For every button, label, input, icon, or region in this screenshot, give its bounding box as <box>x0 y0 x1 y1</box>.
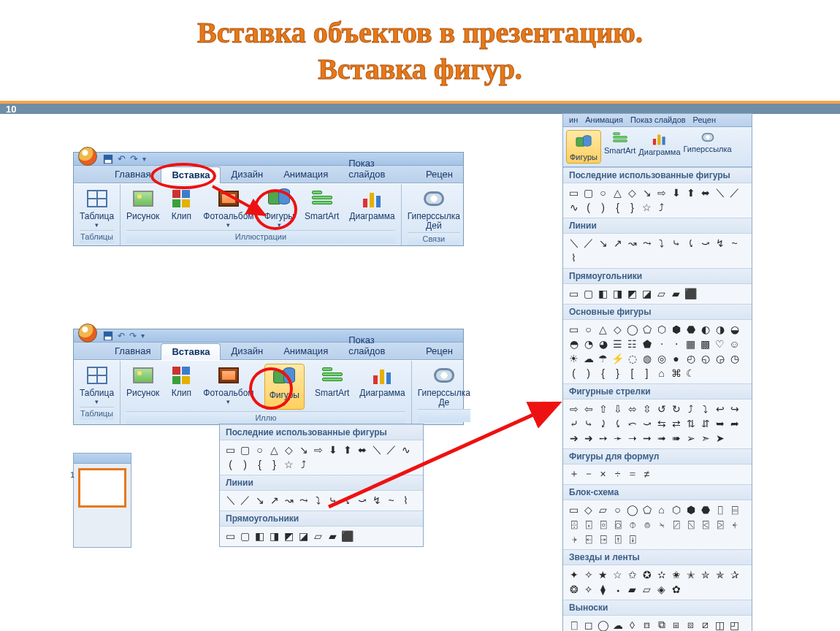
shape-glyph[interactable]: ⌇ <box>568 251 580 264</box>
tab-показ слайдов[interactable]: Показ слайдов <box>338 156 416 183</box>
shape-glyph[interactable]: ⬝ <box>670 337 682 350</box>
shape-glyph[interactable]: ↘ <box>297 443 310 456</box>
shape-glyph[interactable]: ⍄ <box>714 518 726 530</box>
shape-glyph[interactable]: ◒ <box>728 323 741 335</box>
shape-glyph[interactable]: ⤻ <box>641 417 653 429</box>
picture-button[interactable]: Рисунок <box>126 364 159 398</box>
shape-glyph[interactable]: ⤳ <box>641 237 653 249</box>
slide-thumbnail[interactable]: 1 <box>78 468 126 508</box>
shape-glyph[interactable]: ⌺ <box>582 518 595 530</box>
shape-glyph[interactable]: ⬢ <box>684 503 697 516</box>
shape-glyph[interactable]: ⬛ <box>684 287 697 299</box>
shape-glyph[interactable]: ＼ <box>568 237 580 249</box>
qat-redo-icon[interactable]: ↷ <box>129 331 137 341</box>
shape-glyph[interactable]: ◷ <box>728 352 741 364</box>
chart-button[interactable]: Диаграмма <box>359 364 405 398</box>
smartart-button[interactable]: SmartArt <box>315 364 349 398</box>
shape-glyph[interactable]: ↝ <box>283 494 295 506</box>
shape-glyph[interactable]: ⬣ <box>699 503 711 516</box>
shape-glyph[interactable]: ⤷ <box>670 237 682 249</box>
tab-вставка[interactable]: Вставка <box>161 167 221 183</box>
shape-glyph[interactable]: ⧆ <box>670 619 682 631</box>
shape-glyph[interactable]: △ <box>268 443 280 456</box>
shape-glyph[interactable]: ◕ <box>597 337 609 350</box>
shape-glyph[interactable]: ☾ <box>684 367 697 379</box>
shape-glyph[interactable]: ◪ <box>641 287 653 299</box>
shape-glyph[interactable]: ⬄ <box>626 402 638 415</box>
shape-glyph[interactable]: ➠ <box>670 432 682 444</box>
shape-glyph[interactable]: ＝ <box>626 467 638 480</box>
shape-glyph[interactable]: ◫ <box>714 619 726 631</box>
shape-glyph[interactable]: ↘ <box>253 494 266 506</box>
shape-glyph[interactable]: ⬠ <box>641 323 653 335</box>
shape-glyph[interactable]: ⇵ <box>699 417 711 429</box>
shape-glyph[interactable]: ⬟ <box>641 337 653 350</box>
qat-undo-icon[interactable]: ↶ <box>118 153 126 164</box>
shape-glyph[interactable]: ⌂ <box>655 503 668 516</box>
shape-glyph[interactable]: ) <box>597 201 609 213</box>
shape-glyph[interactable]: ✫ <box>655 568 668 581</box>
shape-glyph[interactable]: ◐ <box>699 323 711 335</box>
clip-button[interactable]: Клип <box>169 187 193 221</box>
shape-glyph[interactable]: ◨ <box>611 287 624 299</box>
shape-glyph[interactable]: ☷ <box>626 337 638 350</box>
shape-glyph[interactable]: ⍆ <box>568 532 580 545</box>
shape-glyph[interactable]: ≠ <box>641 467 653 480</box>
shape-glyph[interactable]: ⧈ <box>641 619 653 631</box>
shape-glyph[interactable]: ☀ <box>568 352 580 364</box>
save-icon[interactable] <box>103 331 113 341</box>
qat-undo-icon[interactable]: ↶ <box>118 331 125 341</box>
shape-glyph[interactable]: ⌼ <box>611 518 624 530</box>
qat-dropdown-icon[interactable]: ▾ <box>142 155 146 163</box>
tab-дизайн[interactable]: Дизайн <box>221 167 273 183</box>
shape-glyph[interactable]: ⤺ <box>626 417 638 429</box>
qat-dropdown-icon[interactable]: ▾ <box>141 332 145 340</box>
shape-glyph[interactable]: ／ <box>239 494 251 506</box>
shape-glyph[interactable]: ⇨ <box>655 186 668 199</box>
shape-glyph[interactable]: ▭ <box>568 186 580 199</box>
shape-glyph[interactable]: ⍁ <box>670 518 682 530</box>
shape-glyph[interactable]: ✪ <box>641 568 653 581</box>
shape-glyph[interactable]: ~ <box>728 237 741 249</box>
shape-glyph[interactable]: ▢ <box>582 186 595 199</box>
shape-glyph[interactable]: ⇳ <box>641 402 653 415</box>
tab-анимация[interactable]: Анимация <box>273 167 338 183</box>
shape-glyph[interactable]: ◰ <box>728 619 741 631</box>
shape-glyph[interactable]: ⍅ <box>728 518 741 530</box>
shape-glyph[interactable]: ◇ <box>611 323 624 335</box>
shape-glyph[interactable]: ❂ <box>568 583 580 595</box>
shape-glyph[interactable]: ☁ <box>582 352 595 364</box>
table-button[interactable]: Таблица <box>80 187 114 229</box>
tab-рецен[interactable]: Рецен <box>416 343 463 359</box>
shape-glyph[interactable]: ▭ <box>568 287 580 299</box>
shape-glyph[interactable]: ⬌ <box>699 186 711 199</box>
shape-glyph[interactable]: { <box>597 367 609 379</box>
shape-glyph[interactable]: ⌽ <box>626 518 638 530</box>
shape-glyph[interactable]: ◇ <box>626 186 638 199</box>
shape-glyph[interactable]: ／ <box>728 186 741 199</box>
shape-glyph[interactable]: ／ <box>582 237 595 249</box>
shape-glyph[interactable]: ➣ <box>699 432 711 444</box>
shape-glyph[interactable]: ○ <box>253 443 266 456</box>
shape-glyph[interactable]: ⬠ <box>641 503 653 516</box>
shape-glyph[interactable]: ⬣ <box>684 323 697 335</box>
shape-glyph[interactable]: ○ <box>611 503 624 516</box>
shape-glyph[interactable]: ⤳ <box>297 494 310 506</box>
shape-glyph[interactable]: } <box>611 367 624 379</box>
shape-glyph[interactable]: ⍀ <box>655 518 668 530</box>
shape-glyph[interactable]: ( <box>568 367 580 379</box>
shape-glyph[interactable]: △ <box>597 323 609 335</box>
shape-glyph[interactable]: ✿ <box>670 583 682 595</box>
shape-glyph[interactable]: ▭ <box>224 529 237 542</box>
shape-glyph[interactable]: ▢ <box>239 443 251 456</box>
shape-glyph[interactable]: [ <box>626 367 638 379</box>
shape-glyph[interactable]: ➢ <box>684 432 697 444</box>
smartart-tool[interactable]: SmartArt <box>604 130 635 164</box>
shape-glyph[interactable]: ✯ <box>714 568 726 581</box>
shape-glyph[interactable]: ( <box>582 201 595 213</box>
shape-glyph[interactable]: ⬢ <box>670 323 682 335</box>
save-icon[interactable] <box>103 154 113 164</box>
shape-glyph[interactable]: ⤴ <box>684 402 697 415</box>
shape-glyph[interactable]: ⇄ <box>670 417 682 429</box>
shape-glyph[interactable]: ♡ <box>714 337 726 350</box>
